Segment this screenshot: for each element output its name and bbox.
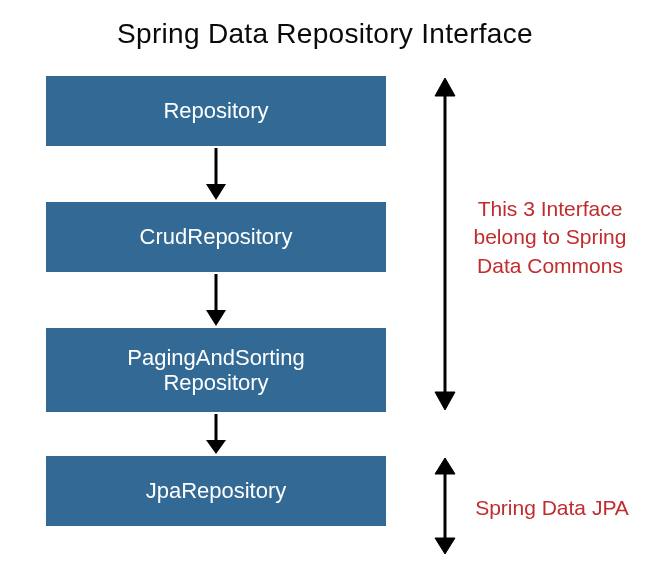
arrow-down-icon [46,412,386,456]
arrow-down-icon [46,272,386,328]
svg-marker-10 [435,458,455,474]
double-arrow-icon [430,76,460,412]
double-arrow-icon [430,456,460,556]
box-label: CrudRepository [140,224,293,249]
svg-marker-8 [435,392,455,410]
arrow-down-icon [46,146,386,202]
svg-marker-3 [206,310,226,326]
box-paging-sorting-repository: PagingAndSorting Repository [46,328,386,412]
svg-marker-7 [435,78,455,96]
hierarchy-column: Repository CrudRepository PagingAndSorti… [46,76,386,526]
label-jpa: Spring Data JPA [472,494,632,522]
svg-marker-5 [206,440,226,454]
svg-marker-11 [435,538,455,554]
box-label: JpaRepository [146,478,287,503]
box-repository: Repository [46,76,386,146]
diagram-title: Spring Data Repository Interface [0,18,650,50]
box-jpa-repository: JpaRepository [46,456,386,526]
box-label: PagingAndSorting Repository [127,345,304,396]
svg-marker-1 [206,184,226,200]
box-label: Repository [163,98,268,123]
box-crud-repository: CrudRepository [46,202,386,272]
label-commons: This 3 Interface belong to Spring Data C… [465,195,635,280]
